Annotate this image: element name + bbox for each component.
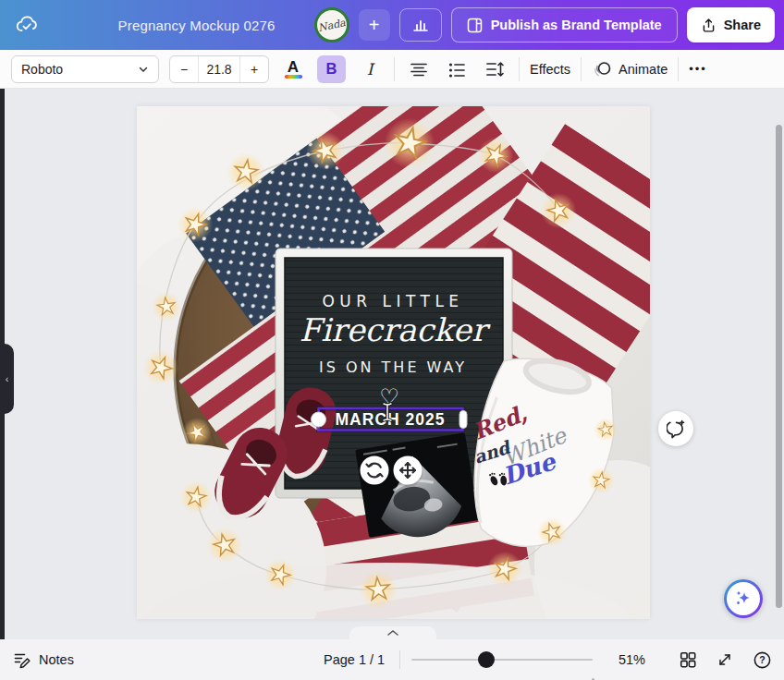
font-size-decrease-button[interactable]: − — [170, 56, 199, 82]
sparkle-icon — [732, 588, 754, 610]
add-comment-button[interactable] — [658, 411, 693, 446]
board-line-2: Firecracker — [300, 311, 491, 348]
bullet-list-button[interactable] — [443, 55, 471, 83]
share-label: Share — [724, 18, 761, 32]
publish-brand-template-button[interactable]: Publish as Brand Template — [451, 7, 678, 42]
board-line-3: IS ON THE WAY — [319, 358, 467, 376]
animate-label: Animate — [619, 62, 668, 77]
publish-label: Publish as Brand Template — [491, 18, 662, 32]
text-toolbar: Roboto − 21.8 + A B I — [0, 50, 784, 89]
workspace: OUR LITTLE Firecracker IS ON THE WAY ♡ — [0, 89, 784, 639]
sidebar-expand-tab[interactable]: ‹ — [0, 344, 14, 414]
rainbow-color-bar — [285, 75, 302, 79]
add-member-button[interactable]: + — [359, 9, 390, 41]
fullscreen-button[interactable] — [714, 649, 736, 671]
page-indicator: Page 1 / 1 — [324, 639, 385, 680]
resize-handle-left[interactable] — [312, 412, 326, 427]
template-icon — [467, 18, 483, 33]
zoom-slider-track[interactable] — [411, 659, 593, 661]
canva-editor: Pregnancy Mockup 0276 Nada + Publish as … — [0, 0, 784, 680]
magic-assistant-button[interactable] — [724, 579, 763, 618]
toolbar-divider — [581, 57, 582, 81]
text-color-button[interactable]: A — [279, 55, 307, 83]
help-button[interactable]: ? — [751, 649, 773, 671]
share-button[interactable]: Share — [687, 7, 775, 42]
fullscreen-expand-icon — [716, 650, 734, 669]
help-icon: ? — [753, 650, 772, 670]
share-upload-icon — [701, 18, 717, 33]
chevron-down-icon — [138, 64, 149, 75]
font-size-stepper: − 21.8 + — [169, 55, 269, 83]
magic-assistant-inner — [727, 582, 760, 615]
font-size-value[interactable]: 21.8 — [199, 56, 239, 82]
insights-button[interactable] — [399, 8, 442, 42]
line-spacing-button[interactable] — [481, 55, 508, 83]
notes-icon — [13, 650, 31, 669]
line-spacing-icon — [484, 59, 505, 79]
font-name: Roboto — [21, 62, 63, 77]
vertical-scrollbar[interactable] — [776, 125, 782, 608]
zoom-percent[interactable]: 51% — [608, 639, 645, 680]
toolbar-divider — [678, 57, 679, 81]
notes-button[interactable]: Notes — [13, 639, 74, 680]
board-line-1: OUR LITTLE — [322, 292, 463, 310]
chevron-up-icon — [386, 629, 399, 637]
notes-label: Notes — [39, 652, 74, 667]
design-canvas[interactable]: OUR LITTLE Firecracker IS ON THE WAY ♡ — [137, 106, 650, 619]
bar-chart-icon — [411, 16, 430, 34]
text-align-button[interactable] — [405, 55, 433, 83]
avatar-signature: Nada — [317, 17, 347, 34]
avatar[interactable]: Nada — [314, 7, 349, 42]
page-panel-expand-button[interactable] — [349, 626, 436, 639]
toolbar-divider — [519, 57, 520, 81]
toolbar-divider — [394, 57, 395, 81]
grid-view-icon — [679, 650, 697, 669]
text-color-letter: A — [288, 60, 299, 74]
grid-view-button[interactable] — [677, 649, 699, 671]
bullet-list-icon — [447, 59, 467, 79]
document-title[interactable]: Pregnancy Mockup 0276 — [117, 18, 275, 33]
zoom-slider[interactable] — [411, 639, 593, 680]
design-page[interactable]: OUR LITTLE Firecracker IS ON THE WAY ♡ — [137, 106, 650, 619]
animate-icon — [592, 59, 612, 79]
chevron-left-icon: ‹ — [6, 373, 9, 384]
italic-button[interactable]: I — [356, 55, 384, 83]
comment-plus-icon — [667, 419, 686, 439]
cloud-check-icon — [15, 13, 39, 37]
effects-button[interactable]: Effects — [530, 62, 570, 77]
header-bar: Pregnancy Mockup 0276 Nada + Publish as … — [0, 0, 784, 50]
align-center-icon — [409, 59, 429, 79]
zoom-slider-knob[interactable] — [478, 651, 495, 668]
resize-handle-right[interactable] — [459, 411, 467, 429]
animate-button[interactable]: Animate — [592, 59, 668, 79]
cloud-sync-button[interactable] — [9, 7, 44, 42]
svg-text:?: ? — [759, 654, 765, 665]
font-family-select[interactable]: Roboto — [11, 55, 159, 83]
bold-button[interactable]: B — [317, 55, 346, 83]
footer-divider — [399, 650, 400, 669]
more-options-button[interactable]: ••• — [689, 62, 707, 76]
footer-bar: Notes Page 1 / 1 51% ? — [0, 639, 784, 680]
font-size-increase-button[interactable]: + — [239, 56, 268, 82]
